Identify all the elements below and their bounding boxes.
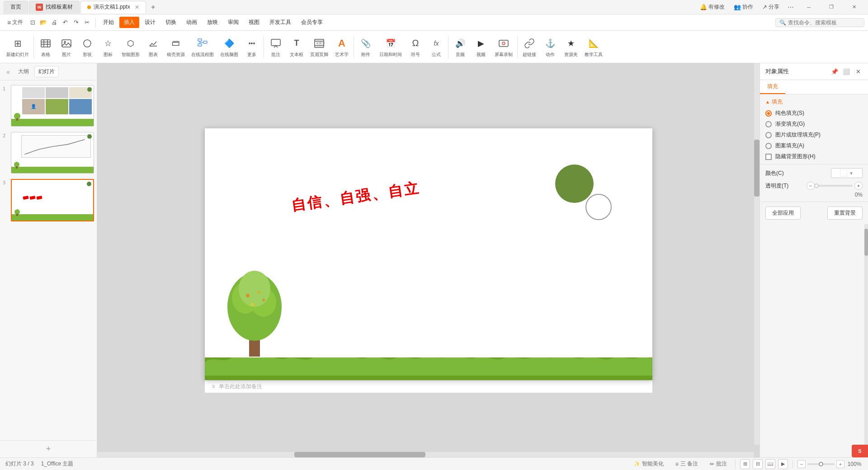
tab-template[interactable]: W 找模板素材 <box>29 1 80 14</box>
zoom-in-btn[interactable]: + <box>836 460 844 468</box>
menu-start[interactable]: 开始 <box>99 17 118 28</box>
apply-all-btn[interactable]: 全部应用 <box>765 207 801 220</box>
add-slide-btn[interactable]: + <box>0 440 97 457</box>
svg-rect-11 <box>203 41 207 43</box>
quick-btn-redo[interactable]: ↷ <box>71 18 81 28</box>
fill-option-gradient[interactable]: 渐变填充(G) <box>765 120 863 128</box>
tool-header-footer[interactable]: 幻灯片 页眉页脚 <box>307 34 331 60</box>
panel-tab-outline[interactable]: 大纲 <box>14 66 33 77</box>
reset-bg-btn[interactable]: 重置背景 <box>827 207 863 220</box>
circle-green-shape[interactable] <box>555 164 594 203</box>
tool-textbox[interactable]: T 文本框 <box>287 34 307 60</box>
panel-toggle-collapse[interactable]: « <box>4 67 13 76</box>
right-panel-pin-icon[interactable]: 📌 <box>830 67 839 76</box>
right-panel-close-icon[interactable]: ✕ <box>854 67 863 76</box>
action-collaborate[interactable]: 👥 协作 <box>730 2 757 12</box>
note-bar[interactable]: ≡ 单击此处添加备注 <box>205 380 652 393</box>
tool-datetime[interactable]: 📅 日期和时间 <box>377 34 405 60</box>
quick-btn-undo[interactable]: ↶ <box>60 18 70 28</box>
close-btn[interactable]: ✕ <box>844 1 864 14</box>
menu-present[interactable]: 放映 <box>203 17 222 28</box>
opacity-slider[interactable] <box>816 185 853 187</box>
fill-option-image[interactable]: 图片或纹理填充(P) <box>765 131 863 139</box>
tool-image[interactable]: 图片 <box>57 34 76 60</box>
datetime-icon: 📅 <box>383 36 398 51</box>
image-icon <box>59 36 74 51</box>
action-modify[interactable]: 🔔 有修改 <box>696 2 728 12</box>
add-tab-btn[interactable]: + <box>147 1 160 14</box>
svg-point-21 <box>14 113 20 119</box>
quick-btn-open[interactable]: 📂 <box>38 18 48 28</box>
tool-audio[interactable]: 🔊 音频 <box>450 34 470 60</box>
minimize-btn[interactable]: ─ <box>798 1 819 14</box>
tool-smart-shape[interactable]: ⬡ 智能图形 <box>119 34 142 60</box>
menu-developer[interactable]: 开发工具 <box>265 17 296 28</box>
tool-teaching[interactable]: 📐 教学工具 <box>582 34 605 60</box>
view-present-btn[interactable]: ▶ <box>778 459 788 469</box>
tool-chart[interactable]: 图表 <box>143 34 163 60</box>
slide-item-3[interactable]: 3 <box>2 178 95 222</box>
comment-toggle-btn[interactable]: ≡ 三 备注 <box>672 459 702 469</box>
tool-formula[interactable]: fx 公式 <box>426 34 446 60</box>
tool-flowchart[interactable]: 在线流程图 <box>189 34 217 60</box>
view-reading-btn[interactable]: 📖 <box>765 459 775 469</box>
opacity-minus-btn[interactable]: − <box>807 182 815 190</box>
menu-design[interactable]: 设计 <box>140 17 160 28</box>
quick-btn-save[interactable]: ⊡ <box>28 18 38 28</box>
fill-option-pattern[interactable]: 图案填充(A) <box>765 142 863 150</box>
color-picker-btn[interactable]: ▼ <box>831 168 863 178</box>
close-tab-icon[interactable]: ✕ <box>135 4 139 10</box>
panel-tab-slides[interactable]: 幻灯片 <box>34 66 59 77</box>
smart-beautify-btn[interactable]: ✨ 智能美化 <box>630 459 667 469</box>
tool-comment[interactable]: 批注 <box>266 34 286 60</box>
menu-vip[interactable]: 会员专享 <box>297 17 327 28</box>
opacity-plus-btn[interactable]: + <box>854 182 863 190</box>
right-panel-resize-icon[interactable]: ⬜ <box>842 67 851 76</box>
view-grid-btn[interactable]: ⊟ <box>753 459 763 469</box>
tab-file[interactable]: 演示文稿1.pptx ✕ <box>80 1 146 14</box>
tool-shell-resource[interactable]: 🗃 稿壳资源 <box>164 34 188 60</box>
menu-transition[interactable]: 切换 <box>161 17 181 28</box>
tool-hyperlink[interactable]: 超链接 <box>519 34 539 60</box>
annotation-btn[interactable]: ✏ 批注 <box>706 459 731 469</box>
tool-new-slide[interactable]: ⊞ 新建幻灯片 <box>4 34 32 60</box>
menu-view[interactable]: 视图 <box>244 17 264 28</box>
zoom-out-btn[interactable]: − <box>797 460 806 468</box>
canvas-vscrollbar[interactable] <box>754 63 760 445</box>
tool-mindmap[interactable]: 🔷 在线脑图 <box>217 34 241 60</box>
fill-option-hide-bg[interactable]: 隐藏背景图形(H) <box>765 153 863 160</box>
menu-insert[interactable]: 插入 <box>119 17 139 28</box>
tool-icon-tool[interactable]: ☆ 图标 <box>98 34 118 60</box>
search-input[interactable] <box>788 19 860 26</box>
slide-item-1[interactable]: 1 👤 <box>2 84 95 127</box>
restore-btn[interactable]: ❐ <box>821 1 842 14</box>
tool-table[interactable]: 表格 <box>36 34 56 60</box>
menu-animation[interactable]: 动画 <box>182 17 202 28</box>
zoom-slider[interactable] <box>807 463 835 465</box>
canvas-hscrollbar[interactable] <box>97 452 754 457</box>
quick-btn-print[interactable]: 🖨 <box>49 18 59 28</box>
tool-video[interactable]: ▶ 视频 <box>471 34 491 60</box>
view-normal-btn[interactable]: ⊞ <box>740 459 750 469</box>
action-share[interactable]: ↗ 分享 <box>759 2 783 12</box>
quick-btn-cut[interactable]: ✂ <box>82 18 92 28</box>
fill-option-solid[interactable]: 纯色填充(S) <box>765 109 863 117</box>
file-menu-btn[interactable]: ≡ 文件 <box>4 17 27 28</box>
rp-tab-fill[interactable]: 填充 <box>760 80 785 94</box>
tool-screen-record[interactable]: 屏幕录制 <box>492 34 515 60</box>
tool-resource-folder[interactable]: ★ 资源夹 <box>561 34 581 60</box>
tool-art-text[interactable]: A 艺术字 <box>332 34 352 60</box>
tab-home[interactable]: 首页 <box>4 1 28 14</box>
tool-shape[interactable]: 形状 <box>77 34 97 60</box>
slide-canvas[interactable]: 自信、自强、自立 <box>205 128 652 380</box>
tool-attachment[interactable]: 📎 附件 <box>356 34 376 60</box>
circle-white-shape[interactable] <box>585 194 612 220</box>
tool-symbol[interactable]: Ω 符号 <box>406 34 425 60</box>
tool-action[interactable]: ⚓ 动作 <box>540 34 560 60</box>
slide-item-2[interactable]: 2 <box>2 131 95 174</box>
right-panel-scrollbar[interactable] <box>864 224 868 457</box>
tool-more[interactable]: ••• 更多 <box>242 34 262 60</box>
corner-brand-logo[interactable]: S <box>852 445 868 457</box>
more-actions-icon[interactable]: ⋯ <box>785 2 797 12</box>
menu-review[interactable]: 审阅 <box>223 17 243 28</box>
